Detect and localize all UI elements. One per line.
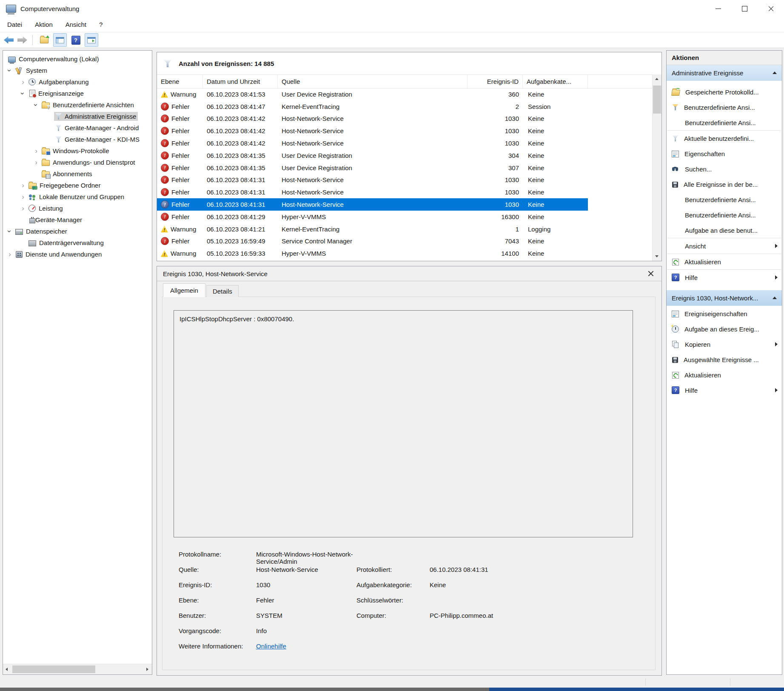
scrollbar-thumb[interactable] [12, 665, 95, 673]
event-row[interactable]: Fehler06.10.2023 08:41:35User Device Reg… [157, 162, 588, 174]
collapse-section-button[interactable] [770, 68, 779, 77]
chevron-collapsed-icon[interactable] [18, 205, 28, 212]
warning-icon [161, 226, 168, 233]
event-row[interactable]: Warnung05.10.2023 16:59:33Hyper-V-VMMS14… [157, 247, 588, 260]
event-row[interactable]: Fehler06.10.2023 08:41:42Host-Network-Se… [157, 113, 588, 125]
chevron-expanded-icon[interactable] [18, 90, 28, 97]
event-row[interactable]: Fehler06.10.2023 08:41:29Hyper-V-VMMS163… [157, 211, 588, 223]
event-row[interactable]: Fehler06.10.2023 08:41:42Host-Network-Se… [157, 137, 588, 149]
action-aktuelle-benutzerdefinierte-ansicht[interactable]: Aktuelle benutzerdefini... [667, 131, 782, 146]
chevron-expanded-icon[interactable] [31, 101, 41, 109]
chevron-collapsed-icon[interactable] [31, 147, 41, 154]
event-row-partial[interactable] [157, 260, 588, 261]
chevron-collapsed-icon[interactable] [31, 159, 41, 166]
tree-item-ereignisanzeige[interactable]: Ereignisanzeige [3, 88, 152, 99]
tree-item-freigegebene-ordner[interactable]: Freigegebene Ordner [3, 180, 152, 191]
menu-datei[interactable]: Datei [1, 21, 29, 28]
column-aufgabenkategorie[interactable]: Aufgabenkate... [523, 75, 588, 88]
tree-item-lokale-benutzer-gruppen[interactable]: Lokale Benutzer und Gruppen [3, 191, 152, 203]
tree-item-leistung[interactable]: Leistung [3, 203, 152, 214]
event-row[interactable]: Fehler06.10.2023 08:41:42Host-Network-Se… [157, 125, 588, 137]
events-vertical-scrollbar[interactable] [652, 74, 661, 261]
event-row[interactable]: Warnung06.10.2023 08:41:53User Device Re… [157, 88, 588, 100]
tree-item-geraete-manager-kdi-ms[interactable]: Geräte-Manager - KDI-MS [3, 134, 152, 145]
chevron-collapsed-icon[interactable] [18, 193, 28, 200]
help-button[interactable] [69, 34, 82, 46]
action-hilfe[interactable]: Hilfe [667, 270, 782, 285]
scroll-down-icon[interactable] [655, 255, 659, 257]
action-aktualisieren[interactable]: Aktualisieren [667, 254, 782, 269]
menu-hilfe[interactable]: ? [93, 21, 109, 28]
action-aktualisieren-ereignis[interactable]: Aktualisieren [667, 367, 782, 383]
close-button[interactable] [758, 0, 784, 17]
tree-item-dienste-anwendungen[interactable]: Dienste und Anwendungen [3, 248, 152, 260]
minimize-button[interactable] [705, 0, 731, 17]
export-folder-button[interactable] [38, 34, 51, 46]
tree-item-system[interactable]: System [3, 65, 152, 76]
chevron-expanded-icon[interactable] [5, 67, 14, 74]
tree-item-aufgabenplanung[interactable]: Aufgabenplanung [3, 76, 152, 88]
tree-item-anwendungs-dienstprotokolle[interactable]: Anwendungs- und Dienstprot [3, 157, 152, 168]
close-details-icon[interactable] [648, 271, 654, 277]
back-icon[interactable] [4, 37, 14, 44]
tree-item-windows-protokolle[interactable]: Windows-Protokolle [3, 145, 152, 157]
event-row[interactable]: Fehler05.10.2023 16:59:49Service Control… [157, 235, 588, 248]
action-benutzerdefinierte-ansicht-kopieren[interactable]: Benutzerdefinierte Ansi... [667, 207, 782, 223]
tree-item-abonnements[interactable]: Abonnements [3, 168, 152, 180]
column-datum[interactable]: Datum und Uhrzeit [203, 75, 278, 88]
chevron-collapsed-icon[interactable] [18, 78, 28, 86]
tree-horizontal-scrollbar[interactable] [3, 664, 152, 674]
column-quelle[interactable]: Quelle [278, 75, 468, 88]
event-row[interactable]: Fehler06.10.2023 08:41:31Host-Network-Se… [157, 186, 588, 198]
actions-section-administrative-ereignisse[interactable]: Administrative Ereignisse [667, 65, 782, 81]
event-row[interactable]: Fehler06.10.2023 08:41:47Kernel-EventTra… [157, 100, 588, 113]
action-aufgabe-an-ansicht-anfuegen[interactable]: Aufgabe an diese benut... [667, 223, 782, 238]
column-ebene[interactable]: Ebene [157, 75, 203, 88]
scroll-up-icon[interactable] [655, 78, 659, 80]
show-action-pane-button[interactable] [85, 33, 98, 47]
scrollbar-thumb[interactable] [653, 86, 661, 114]
forward-icon[interactable] [17, 37, 27, 44]
maximize-button[interactable] [731, 0, 758, 17]
action-benutzerdefinierte-ansicht-erstellen[interactable]: Benutzerdefinierte Ansi... [667, 100, 782, 115]
online-help-link[interactable]: Onlinehilfe [256, 642, 356, 650]
action-ansicht[interactable]: Ansicht [667, 238, 782, 254]
attach-task-icon [672, 326, 679, 333]
action-benutzerdefinierte-ansicht-exportieren[interactable]: Benutzerdefinierte Ansi... [667, 192, 782, 207]
action-ereigniseigenschaften[interactable]: Ereigniseigenschaften [667, 306, 782, 321]
event-source: Host-Network-Service [278, 115, 468, 122]
action-benutzerdefinierte-ansicht-importieren[interactable]: Benutzerdefinierte Ansi... [667, 115, 782, 130]
tree-item-computerverwaltung[interactable]: Computerverwaltung (Lokal) [3, 53, 152, 65]
action-kopieren[interactable]: Kopieren [667, 337, 782, 352]
chevron-expanded-icon[interactable] [5, 228, 14, 235]
action-gespeicherte-protokolldatei[interactable]: Gespeicherte Protokolld... [667, 84, 782, 100]
action-hilfe-ereignis[interactable]: Hilfe [667, 383, 782, 398]
action-aufgabe-an-ereignis-anfuegen[interactable]: Aufgabe an dieses Ereig... [667, 321, 782, 337]
action-alle-ereignisse-speichern[interactable]: Alle Ereignisse in der be... [667, 177, 782, 192]
tree-item-datenspeicher[interactable]: Datenspeicher [3, 226, 152, 237]
action-eigenschaften[interactable]: Eigenschaften [667, 146, 782, 161]
menu-ansicht[interactable]: Ansicht [59, 21, 93, 28]
event-row-selected[interactable]: Fehler06.10.2023 08:41:31Host-Network-Se… [157, 198, 588, 211]
scroll-right-icon[interactable] [146, 668, 148, 671]
collapse-section-button[interactable] [770, 293, 779, 303]
menu-aktion[interactable]: Aktion [29, 21, 59, 28]
column-ereignis-id[interactable]: Ereignis-ID [468, 75, 523, 88]
show-console-tree-button[interactable] [53, 33, 67, 47]
action-suchen[interactable]: Suchen... [667, 161, 782, 177]
tree-item-benutzerdefinierte-ansichten[interactable]: Benutzerdefinierte Ansichten [3, 99, 152, 111]
actions-section-ereignis-1030[interactable]: Ereignis 1030, Host-Network... [667, 290, 782, 306]
tree-item-geraete-manager[interactable]: Geräte-Manager [3, 214, 152, 226]
tab-details[interactable]: Details [206, 285, 239, 297]
action-ausgewaehlte-ereignisse-speichern[interactable]: Ausgewählte Ereignisse ... [667, 352, 782, 367]
tree-item-administrative-ereignisse[interactable]: Administrative Ereignisse [3, 111, 152, 122]
event-row[interactable]: Warnung06.10.2023 08:41:21Kernel-EventTr… [157, 223, 588, 235]
scroll-left-icon[interactable] [6, 668, 8, 671]
event-row[interactable]: Fehler06.10.2023 08:41:35User Device Reg… [157, 149, 588, 162]
tree-item-datentraegerverwaltung[interactable]: Datenträgerverwaltung [3, 237, 152, 248]
tab-allgemein[interactable]: Allgemein [163, 283, 205, 297]
chevron-collapsed-icon[interactable] [5, 251, 14, 258]
tree-item-geraete-manager-android[interactable]: Geräte-Manager - Android [3, 122, 152, 134]
chevron-collapsed-icon[interactable] [18, 182, 28, 189]
event-row[interactable]: Fehler06.10.2023 08:41:31Host-Network-Se… [157, 174, 588, 186]
